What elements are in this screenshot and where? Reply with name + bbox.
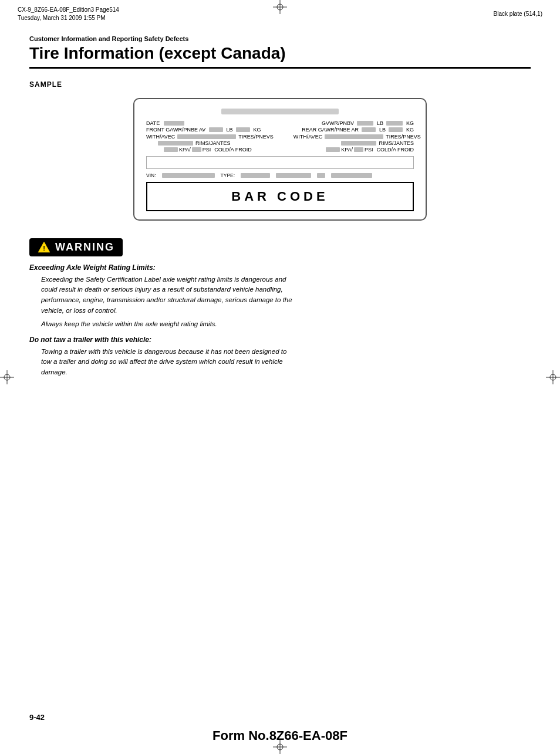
page-number: 9-42 [29, 713, 45, 722]
date-gvwr-row: DATE GVWR/PNBV LB KG [146, 120, 414, 126]
rear-kg-value [389, 127, 403, 132]
warning-triangle-icon: ! [38, 241, 50, 253]
crosshair-right [546, 370, 560, 384]
kpa-label-left: KPA/ [179, 147, 191, 153]
kg-label1: KG [406, 120, 414, 126]
top-placeholder-bar [221, 109, 339, 114]
header-line1: CX-9_8Z66-EA-08F_Edition3 Page514 [18, 6, 119, 14]
with-avec-label-right: WITH/AVEC [294, 134, 322, 140]
tire-label-spacer [146, 156, 414, 169]
crosshair-top [273, 0, 287, 14]
warning-body1-line2: could result in death or serious injury … [41, 285, 531, 295]
date-label: DATE [146, 120, 160, 126]
gvwr-label: GVWR/PNBV [322, 120, 354, 126]
kpa-left: KPA/ PSI COLD/A FROID [146, 147, 266, 153]
extra-value1 [276, 173, 311, 178]
main-content: Customer Information and Reporting Safet… [29, 35, 531, 378]
header-right-text: Black plate (514,1) [494, 11, 542, 17]
warning-box: ! WARNING [29, 238, 123, 256]
gvwr-lb-value [357, 121, 373, 126]
vin-value [162, 173, 215, 178]
front-lb-value [209, 127, 223, 132]
kg-label3: KG [406, 127, 414, 133]
with-avec-left: WITH/AVEC TIRES/PNEVS [146, 134, 274, 140]
psi-val-right [354, 147, 363, 152]
main-title: Tire Information (except Canada) [29, 43, 531, 63]
warning-body1-line4: vehicle, or loss of control. [41, 306, 531, 316]
warning-label: WARNING [55, 241, 114, 253]
tires-pnevs-right: TIRES/PNEVS [386, 134, 421, 140]
rims-value-right [341, 141, 376, 146]
psi-label-left: PSI [203, 147, 211, 153]
lb-label2: LB [226, 127, 232, 133]
kpa-val-right [326, 147, 340, 152]
rims-jantes-right: RIMS/JANTES [379, 140, 414, 146]
cold-label-left: COLD/A FROID [214, 147, 252, 153]
page-header-right: Black plate (514,1) [494, 11, 542, 17]
rims-left: RIMS/JANTES [146, 140, 266, 146]
extra-value2 [317, 173, 325, 178]
page-footer: Form No.8Z66-EA-08F [212, 728, 348, 743]
gvwr-kg-value [386, 121, 403, 126]
lb-label3: LB [379, 127, 386, 133]
warning-body2-line1: Towing a trailer with this vehicle is da… [41, 347, 531, 357]
warning-heading2: Do not taw a trailer with this vehicle: [29, 336, 531, 344]
date-col: DATE [146, 120, 266, 126]
warning-body1-line5: Always keep the vehicle within the axle … [41, 319, 531, 330]
front-col: FRONT GAWR/PNBE AV LB KG [146, 127, 266, 133]
warning-body1-line1: Exceeding the Safety Certification Label… [41, 275, 531, 285]
gvwr-col: GVWR/PNBV LB KG [266, 120, 414, 126]
rear-col: REAR GAWR/PNBE AR LB KG [266, 127, 414, 133]
warning-body1: Exceeding the Safety Certification Label… [41, 275, 531, 330]
vin-row: VIN: TYPE: [146, 173, 414, 178]
vin-label: VIN: [146, 173, 156, 178]
tires-pnevs-left: TIRES/PNEVS [238, 134, 274, 140]
front-label: FRONT GAWR/PNBE AV [146, 127, 205, 133]
sample-label: SAMPLE [29, 80, 531, 89]
psi-val-left [192, 147, 201, 152]
front-kg-value [236, 127, 250, 132]
section-label: Customer Information and Reporting Safet… [29, 35, 531, 42]
page-header-left: CX-9_8Z66-EA-08F_Edition3 Page514 Tuesda… [18, 6, 119, 22]
with-avec-right: WITH/AVEC TIRES/PNEVS [274, 134, 421, 140]
rims-value-left [158, 141, 193, 146]
warning-body1-line3: performance, engine, transmission and/or… [41, 295, 531, 306]
svg-text:!: ! [43, 245, 45, 252]
extra-value3 [331, 173, 372, 178]
date-value [164, 121, 184, 126]
kg-label2: KG [253, 127, 261, 133]
with-avec-label-left: WITH/AVEC [146, 134, 175, 140]
warning-section: ! WARNING Exceeding Axle Weight Rating L… [29, 238, 531, 378]
warning-heading1: Exceeding Axle Weight Rating Limits: [29, 263, 531, 272]
type-value [241, 173, 270, 178]
kpa-row: KPA/ PSI COLD/A FROID KPA/ PSI COLD/A FR… [146, 147, 414, 153]
kpa-val-left [164, 147, 178, 152]
psi-label-right: PSI [365, 147, 373, 153]
title-rule [29, 67, 531, 69]
warning-body2-line2: tow a trailer and doing so will affect t… [41, 357, 531, 367]
with-avec-value-left [177, 134, 236, 139]
rear-lb-value [362, 127, 376, 132]
kpa-label-right: KPA/ [341, 147, 353, 153]
rims-row: RIMS/JANTES RIMS/JANTES [146, 140, 414, 146]
with-avec-row: WITH/AVEC TIRES/PNEVS WITH/AVEC TIRES/PN… [146, 134, 414, 140]
warning-body2-line3: damage. [41, 367, 531, 378]
rims-jantes-left: RIMS/JANTES [195, 140, 231, 146]
rims-right: RIMS/JANTES [266, 140, 414, 146]
type-label: TYPE: [221, 173, 235, 178]
tire-label-top-bar [146, 106, 414, 117]
barcode-text: BAR CODE [231, 189, 328, 204]
kpa-right: KPA/ PSI COLD/A FROID [266, 147, 414, 153]
cold-label-right: COLD/A FROID [376, 147, 414, 153]
tire-label-card: DATE GVWR/PNBV LB KG FRONT GAWR/PNBE AV … [133, 98, 427, 221]
lb-label: LB [377, 120, 383, 126]
barcode-box: BAR CODE [146, 182, 414, 211]
crosshair-left [0, 370, 14, 384]
with-avec-value-right [325, 134, 383, 139]
front-rear-row: FRONT GAWR/PNBE AV LB KG REAR GAWR/PNBE … [146, 127, 414, 133]
rear-label: REAR GAWR/PNBE AR [302, 127, 359, 133]
header-line2: Tuesday, March 31 2009 1:55 PM [18, 14, 119, 22]
warning-body2: Towing a trailer with this vehicle is da… [41, 347, 531, 378]
